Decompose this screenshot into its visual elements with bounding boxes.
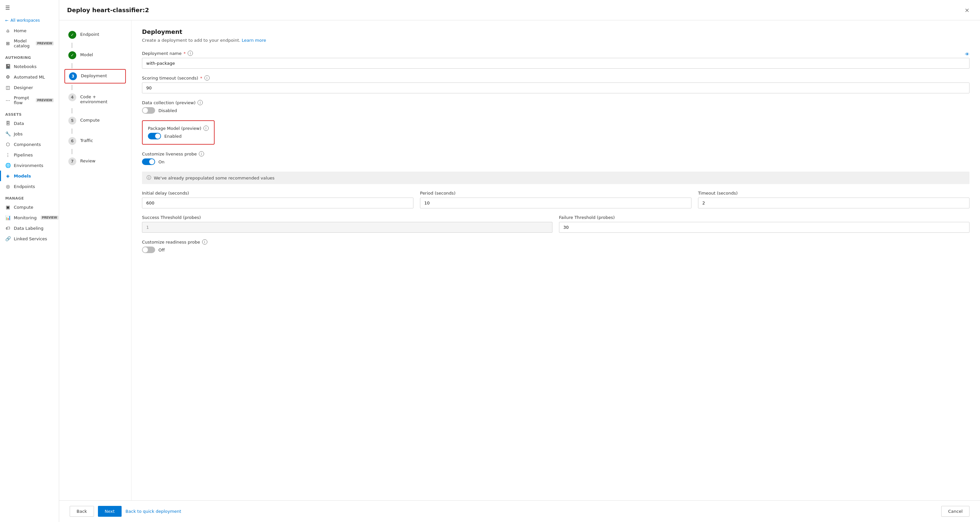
sidebar-item-compute[interactable]: ▣ Compute bbox=[0, 202, 59, 212]
step-traffic[interactable]: 6 Traffic bbox=[64, 134, 126, 148]
monitoring-icon: 📊 bbox=[5, 215, 11, 220]
sidebar-item-prompt-flow[interactable]: ⋯ Prompt flow PREVIEW bbox=[0, 93, 59, 108]
deployment-name-label: Deployment name * i bbox=[142, 51, 193, 56]
info-bar-icon: ⓘ bbox=[146, 175, 151, 181]
initial-delay-label: Initial delay (seconds) bbox=[142, 191, 414, 196]
preview-badge: PREVIEW bbox=[36, 98, 54, 102]
toggle-slider bbox=[142, 107, 155, 114]
scoring-timeout-input[interactable] bbox=[142, 83, 969, 93]
scoring-timeout-info-icon[interactable]: i bbox=[204, 75, 210, 81]
period-input[interactable] bbox=[420, 197, 692, 208]
sidebar-item-automated-ml[interactable]: ⚙ Automated ML bbox=[0, 72, 59, 82]
step-circle-review: 7 bbox=[68, 158, 76, 166]
back-button[interactable]: Back bbox=[70, 506, 94, 517]
liveness-probe-toggle[interactable] bbox=[142, 158, 155, 165]
next-button[interactable]: Next bbox=[98, 506, 122, 517]
deployment-name-input[interactable] bbox=[142, 58, 969, 69]
toggle-slider bbox=[148, 133, 161, 139]
sidebar-item-data[interactable]: 🗄 Data bbox=[0, 118, 59, 129]
sidebar-item-linked-services[interactable]: 🔗 Linked Services bbox=[0, 233, 59, 244]
step-deployment[interactable]: 3 Deployment bbox=[64, 69, 126, 83]
step-label-review: Review bbox=[80, 158, 95, 163]
step-circle-deployment: 3 bbox=[69, 72, 77, 80]
step-connector bbox=[72, 63, 72, 68]
sidebar-item-label: Home bbox=[14, 28, 26, 33]
sidebar-item-model-catalog[interactable]: ⊞ Model catalog PREVIEW bbox=[0, 36, 59, 51]
step-label-deployment: Deployment bbox=[81, 72, 107, 78]
step-circle-model: ✓ bbox=[68, 51, 76, 59]
sidebar-item-jobs[interactable]: 🔧 Jobs bbox=[0, 129, 59, 139]
timeout-label: Timeout (seconds) bbox=[698, 191, 969, 196]
data-labeling-icon: 🏷 bbox=[5, 226, 11, 231]
eye-icon[interactable]: 👁 bbox=[965, 52, 969, 57]
close-button[interactable]: × bbox=[962, 5, 972, 15]
step-endpoint[interactable]: ✓ Endpoint bbox=[64, 28, 126, 41]
step-label-model: Model bbox=[80, 51, 93, 57]
package-model-toggle[interactable] bbox=[148, 133, 161, 139]
sidebar-item-components[interactable]: ⬡ Components bbox=[0, 139, 59, 150]
required-marker: * bbox=[200, 76, 202, 81]
data-collection-toggle[interactable] bbox=[142, 107, 155, 114]
form-subtitle-text: Create a deployment to add to your endpo… bbox=[142, 38, 240, 43]
success-threshold-input[interactable] bbox=[142, 222, 552, 233]
sidebar-item-label: Notebooks bbox=[14, 64, 37, 69]
data-collection-state-text: Disabled bbox=[158, 108, 177, 113]
sidebar-item-models[interactable]: ◈ Models bbox=[0, 170, 59, 181]
data-collection-info-icon[interactable]: i bbox=[197, 100, 203, 105]
data-collection-toggle-row: Disabled bbox=[142, 107, 969, 114]
cancel-button[interactable]: Cancel bbox=[941, 506, 969, 517]
package-model-info-icon[interactable]: i bbox=[204, 126, 209, 131]
learn-more-link[interactable]: Learn more bbox=[242, 38, 266, 43]
sidebar-item-notebooks[interactable]: 📓 Notebooks bbox=[0, 61, 59, 72]
initial-delay-input[interactable] bbox=[142, 197, 414, 208]
package-model-toggle-row: Enabled bbox=[148, 133, 209, 139]
sidebar-item-home[interactable]: ⌂ Home bbox=[0, 25, 59, 36]
sidebar-item-monitoring[interactable]: 📊 Monitoring PREVIEW bbox=[0, 212, 59, 223]
dialog-footer: Back Next Back to quick deployment Cance… bbox=[59, 500, 980, 522]
sidebar-item-endpoints[interactable]: ◎ Endpoints bbox=[0, 181, 59, 192]
step-circle-code-environment: 4 bbox=[68, 93, 76, 101]
sidebar-item-label: Monitoring bbox=[14, 215, 37, 220]
toggle-slider bbox=[142, 247, 155, 253]
timeout-field: Timeout (seconds) bbox=[698, 191, 969, 208]
step-code-environment[interactable]: 4 Code + environment bbox=[64, 91, 126, 107]
deployment-name-info-icon[interactable]: i bbox=[188, 51, 193, 56]
sidebar-item-designer[interactable]: ◫ Designer bbox=[0, 82, 59, 93]
step-review[interactable]: 7 Review bbox=[64, 155, 126, 168]
quick-deployment-link[interactable]: Back to quick deployment bbox=[126, 509, 181, 514]
back-arrow-icon: ← bbox=[5, 18, 8, 23]
sidebar-item-label: Automated ML bbox=[14, 75, 45, 80]
success-threshold-label: Success Threshold (probes) bbox=[142, 215, 552, 220]
linked-services-icon: 🔗 bbox=[5, 236, 11, 241]
sidebar-item-label: Components bbox=[14, 142, 41, 147]
dialog-title: Deploy heart-classifier:2 bbox=[67, 6, 149, 13]
deployment-name-field: Deployment name * i 👁 bbox=[142, 51, 969, 69]
liveness-probe-info-icon[interactable]: i bbox=[199, 151, 204, 156]
home-icon: ⌂ bbox=[5, 28, 11, 33]
designer-icon: ◫ bbox=[5, 85, 11, 90]
timeout-input[interactable] bbox=[698, 197, 969, 208]
scoring-timeout-label: Scoring timeout (seconds) * i bbox=[142, 75, 969, 81]
package-model-state-text: Enabled bbox=[164, 134, 182, 139]
sidebar-item-environments[interactable]: 🌐 Environments bbox=[0, 160, 59, 170]
package-model-box: Package Model (preview) i Enabled bbox=[142, 120, 215, 145]
step-model[interactable]: ✓ Model bbox=[64, 49, 126, 62]
readiness-probe-toggle[interactable] bbox=[142, 247, 155, 253]
sidebar-item-label: Models bbox=[14, 173, 31, 178]
automated-ml-icon: ⚙ bbox=[5, 74, 11, 80]
liveness-probe-toggle-row: On bbox=[142, 158, 969, 165]
failure-threshold-label: Failure Threshold (probes) bbox=[559, 215, 969, 220]
sidebar-item-data-labeling[interactable]: 🏷 Data Labeling bbox=[0, 223, 59, 233]
hamburger-menu[interactable]: ☰ bbox=[0, 0, 59, 16]
grid-icon: ⊞ bbox=[5, 41, 11, 46]
failure-threshold-input[interactable] bbox=[559, 222, 969, 233]
sidebar-item-label: Linked Services bbox=[14, 236, 47, 241]
step-compute[interactable]: 5 Compute bbox=[64, 114, 126, 127]
back-to-workspaces[interactable]: ← All workspaces bbox=[0, 16, 59, 25]
readiness-probe-info-icon[interactable]: i bbox=[202, 239, 207, 245]
liveness-probe-state-text: On bbox=[158, 159, 164, 164]
readiness-probe-state-text: Off bbox=[158, 248, 165, 253]
sidebar-item-label: Jobs bbox=[14, 132, 23, 137]
step-connector bbox=[72, 43, 72, 48]
sidebar-item-pipelines[interactable]: ⋮ Pipelines bbox=[0, 150, 59, 160]
